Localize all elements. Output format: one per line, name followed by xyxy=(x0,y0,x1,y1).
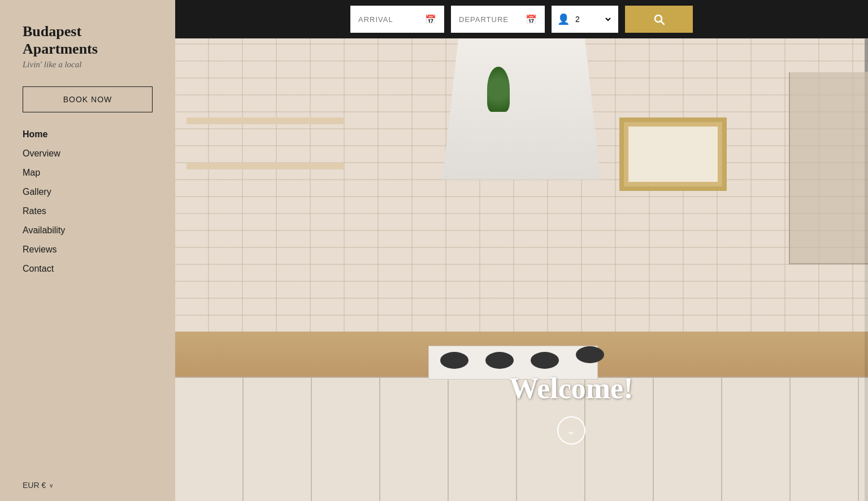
wall-photo xyxy=(628,127,718,182)
nav-item-map[interactable]: Map xyxy=(23,168,153,178)
brand-title: Budapest Apartments xyxy=(23,23,153,58)
page-wrapper: 📅 📅 👤 1 2 3 4 5 6 xyxy=(0,0,868,501)
guests-dropdown[interactable]: 1 2 3 4 5 6 xyxy=(573,14,613,24)
nav-item-reviews[interactable]: Reviews xyxy=(23,245,153,255)
currency-label: EUR € xyxy=(23,481,46,490)
main-content: Budapest Apartments Livin' like a local … xyxy=(0,0,868,501)
range-hood xyxy=(442,38,601,180)
topbar: 📅 📅 👤 1 2 3 4 5 6 xyxy=(175,0,868,38)
nav-link-gallery[interactable]: Gallery xyxy=(23,187,51,197)
nav-link-rates[interactable]: Rates xyxy=(23,206,46,216)
nav-link-reviews[interactable]: Reviews xyxy=(23,245,57,254)
hero-section: Welcome! ⌄ xyxy=(175,38,868,501)
plant-decoration xyxy=(487,67,510,112)
nav-link-overview[interactable]: Overview xyxy=(23,149,60,158)
shelf-area xyxy=(186,72,345,185)
brand-section: Budapest Apartments Livin' like a local xyxy=(23,23,153,69)
arrival-calendar-icon: 📅 xyxy=(425,14,436,25)
guests-selector[interactable]: 👤 1 2 3 4 5 6 xyxy=(552,6,618,33)
search-icon xyxy=(652,12,666,26)
nav-item-overview[interactable]: Overview xyxy=(23,149,153,159)
guests-icon: 👤 xyxy=(557,13,570,25)
chevron-down-icon: ⌄ xyxy=(566,424,576,437)
nav-link-availability[interactable]: Availability xyxy=(23,225,65,235)
nav-link-home[interactable]: Home xyxy=(23,129,47,139)
shelf-lower xyxy=(186,163,345,169)
nav-item-availability[interactable]: Availability xyxy=(23,225,153,236)
welcome-overlay: Welcome! ⌄ xyxy=(509,372,633,445)
wall-photo-frame xyxy=(619,117,727,191)
shelf-upper xyxy=(186,117,345,124)
currency-selector[interactable]: EUR € ∨ xyxy=(23,481,53,490)
scrollbar[interactable] xyxy=(865,38,868,501)
nav-item-rates[interactable]: Rates xyxy=(23,206,153,216)
nav-item-contact[interactable]: Contact xyxy=(23,264,153,274)
glass-cabinet xyxy=(789,72,868,264)
departure-calendar-icon: 📅 xyxy=(526,14,537,25)
search-button[interactable] xyxy=(625,6,693,33)
book-now-button[interactable]: BOOK NOW xyxy=(23,86,153,112)
nav-link-map[interactable]: Map xyxy=(23,168,40,177)
sidebar: Budapest Apartments Livin' like a local … xyxy=(0,0,175,501)
scrollbar-thumb[interactable] xyxy=(865,38,868,72)
nav-item-home[interactable]: Home xyxy=(23,129,153,140)
nav-menu: Home Overview Map Gallery Rates Availabi… xyxy=(23,129,153,274)
nav-item-gallery[interactable]: Gallery xyxy=(23,187,153,197)
arrival-field[interactable]: 📅 xyxy=(350,6,444,33)
scroll-down-button[interactable]: ⌄ xyxy=(557,416,585,445)
arrival-input[interactable] xyxy=(358,15,420,24)
departure-input[interactable] xyxy=(459,15,521,24)
nav-link-contact[interactable]: Contact xyxy=(23,264,54,273)
departure-field[interactable]: 📅 xyxy=(451,6,545,33)
welcome-text: Welcome! xyxy=(509,372,633,405)
currency-chevron-icon: ∨ xyxy=(49,482,53,489)
brand-subtitle: Livin' like a local xyxy=(23,60,153,69)
